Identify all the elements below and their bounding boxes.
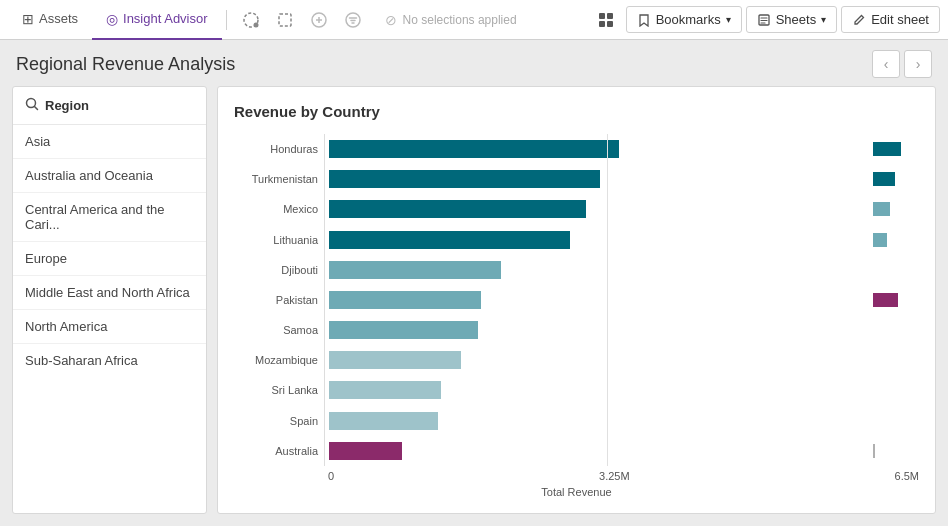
sidebar-item-1[interactable]: Australia and Oceania — [13, 159, 206, 193]
right-bar-row-2 — [873, 196, 919, 222]
bar-main-0 — [329, 140, 619, 158]
y-label-2: Mexico — [234, 195, 318, 223]
sidebar-search-label: Region — [45, 98, 89, 113]
lasso-2-button[interactable] — [303, 4, 335, 36]
sheets-label: Sheets — [776, 12, 816, 27]
bar-row-9[interactable] — [329, 408, 869, 434]
tab-assets[interactable]: ⊞ Assets — [8, 0, 92, 40]
right-bar-row-4 — [873, 257, 919, 283]
chart-title: Revenue by Country — [234, 103, 919, 120]
bookmarks-chevron: ▾ — [726, 14, 731, 25]
next-page-button[interactable]: › — [904, 50, 932, 78]
bars-area — [324, 134, 869, 466]
right-bar-5 — [873, 293, 898, 307]
bar-main-8 — [329, 381, 441, 399]
x-axis-label-0: 0 — [328, 470, 334, 482]
x-axis: 03.25M6.5M Total Revenue — [234, 466, 919, 498]
sidebar-item-2[interactable]: Central America and the Cari... — [13, 193, 206, 242]
chart-inner: HondurasTurkmenistanMexicoLithuaniaDjibo… — [234, 134, 919, 466]
right-bar-row-3 — [873, 227, 919, 253]
bar-main-2 — [329, 200, 586, 218]
bar-row-0[interactable] — [329, 136, 869, 162]
right-bar-row-1 — [873, 166, 919, 192]
sidebar-item-5[interactable]: North America — [13, 310, 206, 344]
bar-row-5[interactable] — [329, 287, 869, 313]
y-label-5: Pakistan — [234, 286, 318, 314]
chart-container: HondurasTurkmenistanMexicoLithuaniaDjibo… — [234, 134, 919, 498]
right-bar-0 — [873, 142, 901, 156]
edit-sheet-label: Edit sheet — [871, 12, 929, 27]
bar-main-1 — [329, 170, 600, 188]
assets-icon: ⊞ — [22, 11, 34, 27]
divider-1 — [226, 10, 227, 30]
insight-icon: ◎ — [106, 11, 118, 27]
sidebar-item-3[interactable]: Europe — [13, 242, 206, 276]
right-bar-row-8 — [873, 377, 919, 403]
bar-row-10[interactable] — [329, 438, 869, 464]
right-bar-row-10 — [873, 438, 919, 464]
lasso-select-button[interactable] — [235, 4, 267, 36]
grid-view-button[interactable] — [590, 4, 622, 36]
bar-row-7[interactable] — [329, 347, 869, 373]
sidebar-search-header: Region — [13, 87, 206, 125]
svg-rect-2 — [279, 14, 291, 26]
right-bar-3 — [873, 233, 887, 247]
y-label-6: Samoa — [234, 316, 318, 344]
page-title-bar: Regional Revenue Analysis ‹ › — [0, 40, 948, 86]
edit-sheet-button[interactable]: Edit sheet — [841, 6, 940, 33]
bar-main-10 — [329, 442, 402, 460]
right-bar-row-0 — [873, 136, 919, 162]
bar-main-3 — [329, 231, 570, 249]
right-bar-row-6 — [873, 317, 919, 343]
y-label-1: Turkmenistan — [234, 165, 318, 193]
page-title: Regional Revenue Analysis — [16, 54, 235, 75]
no-selections-icon: ⊘ — [385, 12, 397, 28]
sidebar-item-4[interactable]: Middle East and North Africa — [13, 276, 206, 310]
x-axis-label-1: 3.25M — [599, 470, 630, 482]
bar-main-5 — [329, 291, 481, 309]
bar-row-8[interactable] — [329, 377, 869, 403]
right-bar-2 — [873, 202, 890, 216]
y-label-4: Djibouti — [234, 256, 318, 284]
bar-main-7 — [329, 351, 461, 369]
bar-main-6 — [329, 321, 478, 339]
page-nav-arrows: ‹ › — [872, 50, 932, 78]
bar-row-1[interactable] — [329, 166, 869, 192]
rectangle-select-button[interactable] — [269, 4, 301, 36]
right-bar-row-5 — [873, 287, 919, 313]
bar-row-6[interactable] — [329, 317, 869, 343]
top-nav: ⊞ Assets ◎ Insight Advisor ⊘ No selectio… — [0, 0, 948, 40]
chart-area: Revenue by Country HondurasTurkmenistanM… — [217, 86, 936, 514]
prev-page-button[interactable]: ‹ — [872, 50, 900, 78]
bookmarks-label: Bookmarks — [656, 12, 721, 27]
sidebar-item-0[interactable]: Asia — [13, 125, 206, 159]
bar-main-9 — [329, 412, 438, 430]
x-axis-title: Total Revenue — [234, 484, 919, 498]
sheets-button[interactable]: Sheets ▾ — [746, 6, 837, 33]
toolbar-icons — [235, 4, 369, 36]
right-panel — [869, 134, 919, 466]
svg-rect-6 — [607, 13, 613, 19]
main-content: Region AsiaAustralia and OceaniaCentral … — [0, 86, 948, 526]
bar-row-4[interactable] — [329, 257, 869, 283]
y-label-7: Mozambique — [234, 346, 318, 374]
svg-point-1 — [253, 22, 258, 27]
sidebar-items-list: AsiaAustralia and OceaniaCentral America… — [13, 125, 206, 377]
bookmarks-button[interactable]: Bookmarks ▾ — [626, 6, 742, 33]
right-bar-1 — [873, 172, 895, 186]
bar-row-3[interactable] — [329, 227, 869, 253]
filter-button[interactable] — [337, 4, 369, 36]
bar-row-2[interactable] — [329, 196, 869, 222]
svg-rect-7 — [599, 21, 605, 27]
y-axis-labels: HondurasTurkmenistanMexicoLithuaniaDjibo… — [234, 134, 324, 466]
tab-insight-advisor[interactable]: ◎ Insight Advisor — [92, 0, 222, 40]
x-axis-labels: 03.25M6.5M — [234, 466, 919, 484]
right-bar-row-9 — [873, 408, 919, 434]
bar-main-4 — [329, 261, 501, 279]
no-selections-label: No selections applied — [403, 13, 517, 27]
y-label-10: Australia — [234, 437, 318, 465]
right-toolbar: Bookmarks ▾ Sheets ▾ Edit sheet — [590, 4, 940, 36]
right-bar-10 — [873, 444, 875, 458]
y-label-8: Sri Lanka — [234, 376, 318, 404]
sidebar-item-6[interactable]: Sub-Saharan Africa — [13, 344, 206, 377]
